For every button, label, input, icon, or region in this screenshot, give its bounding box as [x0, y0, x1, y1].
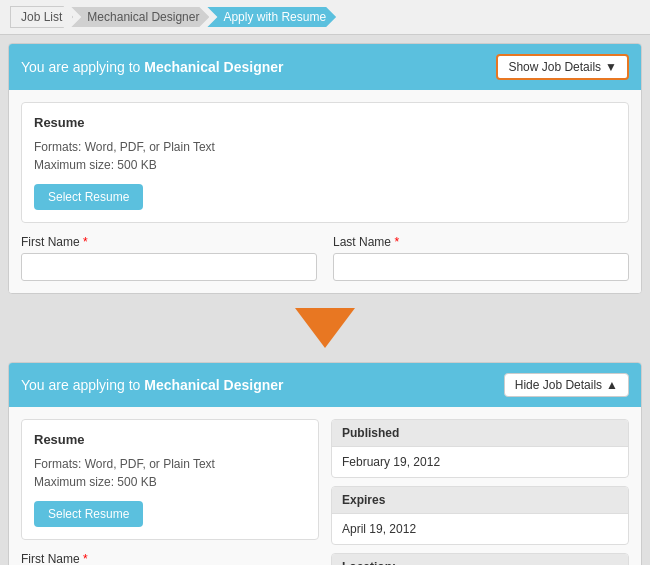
top-resume-formats: Formats: Word, PDF, or Plain Text Maximu… — [34, 138, 616, 174]
show-job-details-label: Show Job Details — [508, 60, 601, 74]
bottom-first-name-group: First Name * — [21, 552, 319, 565]
hide-job-details-label: Hide Job Details — [515, 378, 602, 392]
breadcrumb-mechanical-designer-label: Mechanical Designer — [87, 10, 199, 24]
top-first-name-label: First Name * — [21, 235, 317, 249]
top-first-name-required: * — [83, 235, 88, 249]
top-max-size-label: Maximum size: 500 KB — [34, 158, 157, 172]
top-select-resume-label: Select Resume — [48, 190, 129, 204]
show-job-details-icon: ▼ — [605, 60, 617, 74]
breadcrumb-apply-resume[interactable]: Apply with Resume — [207, 7, 336, 27]
top-first-name-input[interactable] — [21, 253, 317, 281]
bottom-header-title: You are applying to Mechanical Designer — [21, 377, 284, 393]
down-arrow-icon — [295, 308, 355, 348]
top-last-name-label: Last Name * — [333, 235, 629, 249]
location-header: Location: — [332, 554, 628, 565]
bottom-header-job-title: Mechanical Designer — [144, 377, 283, 393]
top-first-name-group: First Name * — [21, 235, 317, 281]
bottom-select-resume-button[interactable]: Select Resume — [34, 501, 143, 527]
bottom-resume-card: Resume Formats: Word, PDF, or Plain Text… — [21, 419, 319, 540]
bottom-right-col: Published February 19, 2012 Expires Apri… — [331, 419, 629, 565]
show-job-details-button[interactable]: Show Job Details ▼ — [496, 54, 629, 80]
bottom-select-resume-label: Select Resume — [48, 507, 129, 521]
bottom-resume-formats: Formats: Word, PDF, or Plain Text Maximu… — [34, 455, 306, 491]
expires-header: Expires — [332, 487, 628, 514]
bottom-formats-label: Formats: Word, PDF, or Plain Text — [34, 457, 215, 471]
top-header-bar: You are applying to Mechanical Designer … — [9, 44, 641, 90]
bottom-first-name-required: * — [83, 552, 88, 565]
bottom-section-body: Resume Formats: Word, PDF, or Plain Text… — [9, 407, 641, 565]
published-header: Published — [332, 420, 628, 447]
published-section: Published February 19, 2012 — [331, 419, 629, 478]
top-last-name-required: * — [394, 235, 399, 249]
bottom-first-name-label: First Name * — [21, 552, 319, 565]
bottom-left-col: Resume Formats: Word, PDF, or Plain Text… — [21, 419, 319, 565]
breadcrumb: Job List Mechanical Designer Apply with … — [0, 0, 650, 35]
top-formats-label: Formats: Word, PDF, or Plain Text — [34, 140, 215, 154]
breadcrumb-apply-resume-label: Apply with Resume — [223, 10, 326, 24]
top-section: You are applying to Mechanical Designer … — [8, 43, 642, 294]
top-header-job-title: Mechanical Designer — [144, 59, 283, 75]
published-value: February 19, 2012 — [332, 447, 628, 477]
top-last-name-group: Last Name * — [333, 235, 629, 281]
top-resume-heading: Resume — [34, 115, 616, 130]
top-select-resume-button[interactable]: Select Resume — [34, 184, 143, 210]
location-section: Location: Phoenix, Arizona, United State… — [331, 553, 629, 565]
top-header-title: You are applying to Mechanical Designer — [21, 59, 284, 75]
bottom-max-size-label: Maximum size: 500 KB — [34, 475, 157, 489]
breadcrumb-job-list[interactable]: Job List — [10, 6, 73, 28]
bottom-resume-heading: Resume — [34, 432, 306, 447]
arrow-container — [0, 302, 650, 354]
top-form-row: First Name * Last Name * — [21, 235, 629, 281]
top-resume-card: Resume Formats: Word, PDF, or Plain Text… — [21, 102, 629, 223]
hide-job-details-button[interactable]: Hide Job Details ▲ — [504, 373, 629, 397]
top-header-prefix: You are applying to — [21, 59, 140, 75]
top-section-body: Resume Formats: Word, PDF, or Plain Text… — [9, 90, 641, 293]
bottom-header-bar: You are applying to Mechanical Designer … — [9, 363, 641, 407]
top-last-name-input[interactable] — [333, 253, 629, 281]
hide-job-details-icon: ▲ — [606, 378, 618, 392]
breadcrumb-mechanical-designer[interactable]: Mechanical Designer — [71, 7, 209, 27]
expires-section: Expires April 19, 2012 — [331, 486, 629, 545]
breadcrumb-job-list-label: Job List — [21, 10, 62, 24]
bottom-header-prefix: You are applying to — [21, 377, 140, 393]
expires-value: April 19, 2012 — [332, 514, 628, 544]
bottom-section: You are applying to Mechanical Designer … — [8, 362, 642, 565]
